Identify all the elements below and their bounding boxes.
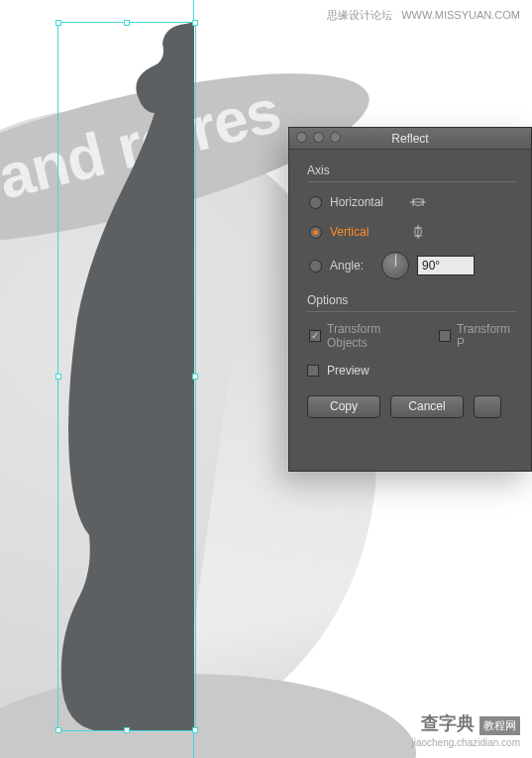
reflect-dialog: Reflect Axis Horizontal Vertical Angle: … (288, 127, 532, 472)
reflect-vertical-icon (407, 223, 429, 241)
axis-angle-radio[interactable] (309, 260, 322, 272)
angle-value-field[interactable]: 90° (417, 256, 475, 275)
angle-dial[interactable] (381, 252, 409, 279)
preview-row[interactable]: Preview (307, 364, 517, 378)
axis-vertical-label: Vertical (330, 225, 399, 239)
axis-vertical-radio[interactable] (309, 226, 322, 239)
transform-patterns-checkbox[interactable] (439, 330, 451, 342)
dialog-button-row: Copy Cancel (307, 395, 517, 418)
window-zoom-icon[interactable] (330, 132, 341, 143)
watermark-brand-box: 教程网 (479, 716, 520, 735)
bottle-silhouette-icon (59, 22, 194, 731)
axis-angle-row[interactable]: Angle: 90° (309, 252, 517, 279)
watermark-top-cn: 思缘设计论坛 (327, 9, 392, 21)
axis-group-rule (307, 181, 517, 182)
axis-angle-label: Angle: (330, 259, 373, 272)
watermark-bottom-url: jiaocheng.chazidian.com (411, 737, 520, 748)
cancel-button[interactable]: Cancel (390, 395, 464, 418)
axis-horizontal-row[interactable]: Horizontal (309, 192, 517, 212)
axis-horizontal-label: Horizontal (330, 195, 399, 209)
copy-button[interactable]: Copy (307, 395, 380, 418)
axis-horizontal-radio[interactable] (309, 196, 322, 209)
axis-vertical-row[interactable]: Vertical (309, 222, 517, 242)
selected-shape[interactable] (59, 22, 194, 731)
watermark-bottom: 查字典 教程网 jiaocheng.chazidian.com (411, 711, 520, 748)
reflect-horizontal-icon (407, 193, 429, 211)
watermark-brand-cn: 查字典 (421, 713, 475, 733)
axis-group-label: Axis (307, 163, 517, 177)
preview-checkbox[interactable] (307, 365, 319, 377)
options-group-rule (307, 311, 517, 312)
options-group-label: Options (307, 293, 517, 307)
transform-objects-label: Transform Objects (327, 322, 418, 350)
dialog-titlebar[interactable]: Reflect (289, 128, 531, 150)
options-row: Transform Objects Transform P (309, 322, 517, 350)
window-traffic-lights[interactable] (296, 132, 341, 143)
transform-objects-checkbox[interactable] (309, 330, 321, 342)
preview-label: Preview (327, 364, 370, 378)
dialog-title: Reflect (391, 132, 428, 146)
watermark-top-url: WWW.MISSYUAN.COM (401, 9, 520, 21)
ok-button-cut[interactable] (474, 395, 501, 418)
watermark-top: 思缘设计论坛 WWW.MISSYUAN.COM (327, 8, 520, 23)
transform-patterns-label: Transform P (457, 322, 517, 350)
window-close-icon[interactable] (296, 132, 307, 143)
window-minimize-icon[interactable] (313, 132, 324, 143)
